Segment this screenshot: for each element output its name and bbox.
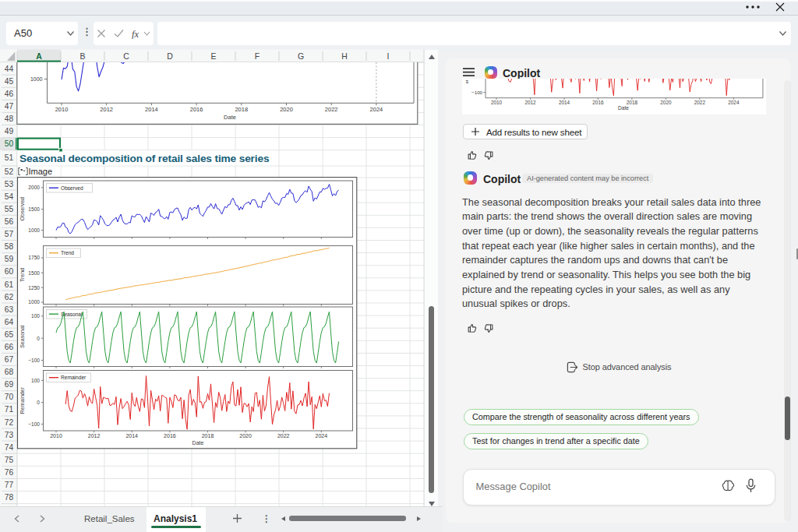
svg-text:73: 73 — [5, 431, 14, 439]
svg-text:1000: 1000 — [30, 76, 43, 82]
svg-text:2010: 2010 — [55, 106, 69, 113]
svg-text:2022: 2022 — [325, 106, 338, 113]
svg-text:2022: 2022 — [694, 100, 706, 105]
svg-text:2016: 2016 — [592, 100, 604, 105]
svg-text:44: 44 — [5, 65, 14, 73]
svg-text:2012: 2012 — [88, 433, 101, 439]
svg-text:53: 53 — [5, 180, 14, 188]
svg-text:2016: 2016 — [190, 106, 203, 113]
svg-text:2010: 2010 — [491, 100, 503, 105]
svg-text:2000: 2000 — [28, 185, 40, 190]
svg-text:49: 49 — [5, 127, 14, 136]
svg-text:70: 70 — [5, 393, 14, 401]
svg-text:72: 72 — [5, 418, 14, 427]
svg-text:45: 45 — [5, 77, 14, 86]
svg-text:67: 67 — [5, 355, 14, 364]
svg-text:2018: 2018 — [235, 106, 248, 113]
svg-text:59: 59 — [5, 255, 14, 263]
svg-text:I: I — [387, 51, 390, 61]
svg-text:66: 66 — [5, 343, 14, 351]
svg-text:Seasonal: Seasonal — [19, 325, 25, 348]
svg-text:Observed: Observed — [61, 185, 83, 191]
svg-text:2012: 2012 — [100, 106, 113, 113]
svg-text:2014: 2014 — [559, 100, 570, 105]
svg-text:2022: 2022 — [277, 433, 290, 439]
svg-text:100: 100 — [31, 313, 40, 319]
svg-text:Trend: Trend — [61, 250, 74, 255]
svg-text:58: 58 — [5, 242, 14, 251]
svg-text:2024: 2024 — [370, 106, 383, 113]
svg-text:51: 51 — [5, 153, 14, 162]
svg-text:1000: 1000 — [28, 227, 40, 233]
svg-text:Date: Date — [192, 440, 204, 446]
svg-text:2012: 2012 — [524, 100, 536, 105]
svg-text:75: 75 — [5, 456, 14, 464]
svg-text:−100: −100 — [28, 358, 40, 363]
svg-text:2018: 2018 — [202, 433, 214, 439]
svg-text:77: 77 — [5, 481, 14, 489]
svg-text:46: 46 — [5, 90, 14, 98]
svg-text:Date: Date — [224, 114, 236, 121]
svg-text:F: F — [255, 51, 260, 61]
svg-text:Remainder: Remainder — [19, 386, 25, 414]
svg-text:2016: 2016 — [164, 433, 176, 439]
svg-text:Remainder: Remainder — [61, 375, 87, 380]
svg-text:0: 0 — [37, 400, 40, 405]
svg-text:Seasonal decomposition of reta: Seasonal decomposition of retail sales t… — [19, 153, 270, 164]
svg-text:2020: 2020 — [660, 100, 672, 105]
svg-text:100: 100 — [31, 378, 40, 383]
svg-text:55: 55 — [5, 205, 14, 213]
svg-text:1500: 1500 — [28, 270, 40, 276]
svg-text:Trend: Trend — [19, 268, 25, 282]
svg-text:1750: 1750 — [28, 255, 40, 260]
svg-text:D: D — [167, 51, 173, 61]
svg-text:er: er — [464, 79, 469, 83]
svg-text:57: 57 — [5, 230, 14, 238]
svg-text:E: E — [210, 51, 216, 61]
svg-text:1250: 1250 — [28, 285, 40, 291]
svg-text:48: 48 — [5, 115, 14, 123]
svg-text:63: 63 — [5, 305, 14, 314]
svg-text:Observed: Observed — [19, 197, 25, 220]
svg-text:C: C — [123, 51, 129, 61]
svg-text:64: 64 — [5, 318, 14, 326]
svg-text:47: 47 — [5, 102, 14, 111]
svg-text:60: 60 — [5, 267, 14, 276]
svg-text:Image: Image — [29, 167, 53, 176]
svg-text:−100: −100 — [471, 90, 482, 95]
svg-text:56: 56 — [5, 217, 14, 226]
svg-text:62: 62 — [5, 293, 14, 301]
svg-text:2014: 2014 — [145, 106, 158, 113]
svg-text:Date: Date — [618, 105, 629, 111]
svg-text:65: 65 — [5, 330, 14, 339]
svg-text:A: A — [36, 51, 42, 61]
svg-text:2014: 2014 — [125, 433, 138, 439]
svg-text:2020: 2020 — [239, 433, 252, 439]
svg-text:−100: −100 — [28, 421, 40, 427]
svg-text:2020: 2020 — [280, 106, 293, 113]
svg-text:74: 74 — [5, 443, 14, 452]
svg-text:1000: 1000 — [28, 299, 40, 305]
svg-text:2024: 2024 — [316, 433, 328, 439]
svg-text:H: H — [341, 51, 348, 61]
svg-text:76: 76 — [5, 468, 14, 477]
svg-text:0: 0 — [37, 336, 40, 341]
svg-text:B: B — [79, 51, 85, 61]
svg-text:61: 61 — [5, 280, 14, 289]
svg-text:2010: 2010 — [50, 433, 62, 439]
svg-text:2018: 2018 — [627, 100, 638, 105]
svg-text:1500: 1500 — [28, 206, 40, 212]
svg-text:2024: 2024 — [728, 100, 740, 105]
svg-text:69: 69 — [5, 380, 14, 389]
svg-text:G: G — [298, 51, 304, 61]
svg-text:52: 52 — [5, 167, 14, 176]
svg-text:50: 50 — [5, 139, 14, 148]
svg-text:71: 71 — [5, 405, 14, 414]
svg-text:54: 54 — [5, 192, 14, 201]
svg-text:68: 68 — [5, 368, 14, 376]
svg-text:78: 78 — [5, 493, 14, 502]
